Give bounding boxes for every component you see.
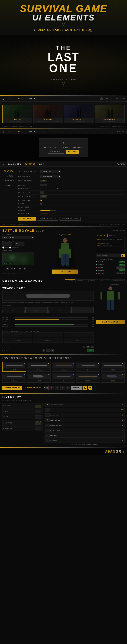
settings-default-button[interactable]: RESET TO DEFAULT [37, 217, 58, 220]
brightness-slider[interactable] [40, 207, 56, 207]
inv-weapon-ar15[interactable]: AR-15 ASSAULT RIFLE [2, 362, 26, 372]
players-max-input[interactable] [15, 242, 24, 246]
weapons-tab-explosives[interactable]: EXPLOSIVES [112, 280, 125, 282]
inv-weapon-glock[interactable]: GLOCK HANDGUN [101, 372, 125, 382]
hamburger-icon[interactable]: ☰ [2, 98, 4, 100]
ammo-type-increase[interactable]: + [91, 346, 94, 348]
inv-item-medkit[interactable]: ♥ FIRST AID KIT 3 [44, 413, 125, 417]
friends-chat-tab[interactable]: FRIENDS [108, 234, 116, 237]
player-ready-btn-4[interactable]: READY [119, 269, 125, 272]
squad-radio[interactable] [9, 246, 11, 248]
equip-button[interactable]: EQUIP [87, 349, 94, 352]
settings-hamburger[interactable]: ☰ [2, 163, 4, 165]
inv-weapon-ak47[interactable]: AK-47 ASSAULT RIFLE [52, 362, 75, 372]
cross-icon-button[interactable]: ✕ [50, 386, 54, 390]
player-ready-btn-2[interactable]: READY [119, 264, 125, 266]
ammo-type-input[interactable] [86, 346, 91, 348]
txt-button[interactable]: TXT BTN [71, 386, 82, 390]
mag-decrease[interactable]: − [43, 349, 45, 352]
dialog-hamburger[interactable]: ☰ [2, 130, 4, 133]
global-chat-tab[interactable]: GLOBAL CHAT [96, 234, 108, 237]
nav-game-mode[interactable]: GAME MODE [8, 98, 21, 100]
helmet-slot[interactable] [35, 405, 41, 408]
module-4[interactable]: MODULE 04 [2, 338, 32, 343]
bones-slider[interactable] [40, 188, 56, 189]
body-slot[interactable] [35, 410, 41, 413]
inv-weapon-uzi[interactable]: UZI SMG [52, 372, 75, 382]
attachment-barrel[interactable]: BARREL [25, 307, 48, 314]
settings-nav-exit[interactable]: EXIT [39, 163, 44, 165]
skull-icon-button[interactable]: ☠ [66, 386, 70, 390]
map-next-button[interactable]: ▶ [24, 267, 26, 270]
start-game-button[interactable]: START GAME [52, 270, 78, 274]
game-mode-campaign[interactable]: CAMPAIGN SINGLE PLAYER STORY [2, 105, 32, 123]
plus-icon-button[interactable]: ✚ [55, 386, 59, 390]
dialog-nav-settings[interactable]: SETTINGS [24, 131, 36, 132]
vsync-checkbox[interactable] [40, 203, 42, 204]
radiation-icon-button[interactable]: ☢ [88, 386, 92, 390]
chat-input[interactable] [96, 254, 121, 257]
inv-item-drink[interactable]: ⚡ ENERGY DRINK 5 [44, 428, 125, 432]
weapons-tab-primary[interactable]: PRIMARY [65, 280, 75, 282]
player-not-ready-btn-3[interactable]: NOT READY [116, 266, 125, 268]
trees-checkbox[interactable] [40, 200, 42, 201]
inv-weapon-sniper[interactable]: SNIPER SNIPER RIFLE [101, 362, 125, 372]
weapons-tab-secondary[interactable]: SECONDARY [75, 280, 88, 282]
warning-icon-button[interactable]: ⚠ [83, 386, 87, 390]
attachment-scope[interactable]: SCOPE [2, 307, 25, 314]
inv-item-ammo[interactable]: ⬡ AMMO 5.56MM 120 [44, 408, 125, 412]
weapons-save-button[interactable]: SAVE CHANGES [96, 320, 125, 324]
player-ready-btn-1[interactable]: READY [119, 261, 125, 263]
module-3[interactable]: MODULE 03 [64, 332, 94, 337]
module-6[interactable]: MODULE 06 [64, 338, 94, 343]
health-icon-button[interactable]: ♥ [60, 386, 65, 390]
settings-save-button[interactable]: SAVE CHANGES [18, 217, 36, 220]
settings-tab-controls[interactable]: CONTROLS [2, 178, 15, 183]
settings-tab-audio[interactable]: AUDIO [2, 174, 15, 178]
window-mode-select[interactable]: FULL SCREEN WINDOWED BORDERLESS [40, 175, 61, 178]
solo-option[interactable]: SOLO [2, 246, 8, 248]
inv-item-scope[interactable]: 🔭 SCOPE 4X 1 [44, 438, 125, 443]
inv-weapon-pistol[interactable]: PISTOL HANDGUN [27, 372, 51, 382]
ammo-type-decrease[interactable]: − [83, 346, 85, 348]
weapons-tab-character[interactable]: CHARACTER [99, 280, 112, 282]
inv-weapon-dragunov[interactable]: DRAGUNOV SNIPER [76, 372, 100, 382]
weapons-slot[interactable] [35, 427, 41, 430]
module-5[interactable]: MODULE 05 [33, 338, 63, 343]
inv-item-armor[interactable]: 🛡 BODY ARMOR LVL3 1 [44, 423, 125, 428]
mag-size-input[interactable] [46, 349, 50, 352]
settings-nav-game-mode[interactable]: GAME MODE [8, 163, 21, 165]
game-mode-survival[interactable]: SURVIVAL SURVIVE AS LONG AS POSSIBLE [33, 105, 63, 123]
inv-item-assault-rifle[interactable]: 🔫 ASSAULT RIFLE MK2 1 [44, 402, 125, 407]
inv-item-bandage[interactable]: ✚ BANDAGE 8 [44, 433, 125, 438]
settings-discard-button[interactable]: DISCARD CHANGES [60, 217, 81, 220]
nav-exit[interactable]: EXIT [39, 98, 44, 100]
squad-option[interactable]: SQUAD PLAY [9, 246, 20, 248]
dialog-yes-button[interactable]: YES, EXIT [66, 150, 79, 154]
map-prev-button[interactable]: ◀ [6, 267, 9, 270]
module-2[interactable]: MODULE 02 [33, 332, 63, 337]
cms-button[interactable]: CMS [44, 386, 49, 390]
dialog-nav-game-mode[interactable]: GAME MODE [8, 131, 21, 132]
settings-tab-gameplay[interactable]: GAMEPLAY [2, 183, 15, 188]
player-not-ready-btn-5[interactable]: NOT READY [116, 272, 125, 274]
players-min-input[interactable] [2, 242, 12, 246]
button-style-1[interactable]: BUTTON STYLE 01 [2, 386, 22, 390]
weapons-tab-special[interactable]: SPECIAL [88, 280, 98, 282]
backpack-slot[interactable] [35, 422, 41, 425]
game-mode-select[interactable]: BATTLE ROYALE SOLO DUO SQUAD [2, 236, 34, 239]
settings-tab-graphics[interactable]: GRAPHICS [2, 169, 15, 173]
legs-slot[interactable] [35, 415, 41, 418]
game-mode-team-deathmatch[interactable]: TEAM DEATHMATCH TEAM BASED COMBAT [95, 105, 125, 123]
inv-weapon-m4a1[interactable]: M4A1 ASSAULT RIFLE [27, 362, 51, 372]
module-1[interactable]: MODULE 01 [2, 332, 32, 337]
saturation-slider[interactable] [40, 214, 56, 214]
contrast-slider[interactable] [40, 210, 56, 211]
settings-nav-settings[interactable]: SETTINGS [24, 163, 36, 165]
button-style-2[interactable]: BUTTON STYLE 02 [23, 386, 43, 390]
chat-send-button[interactable]: ▶ [122, 254, 125, 257]
game-mode-battle-royale[interactable]: BATTLE ROYALE LAST PLAYER STANDING [64, 105, 94, 123]
inv-weapon-mp5[interactable]: MP5 SMG [76, 362, 100, 372]
nav-settings[interactable]: SETTINGS [24, 98, 36, 100]
dialog-no-button[interactable]: NO, GO BACK [48, 150, 64, 154]
